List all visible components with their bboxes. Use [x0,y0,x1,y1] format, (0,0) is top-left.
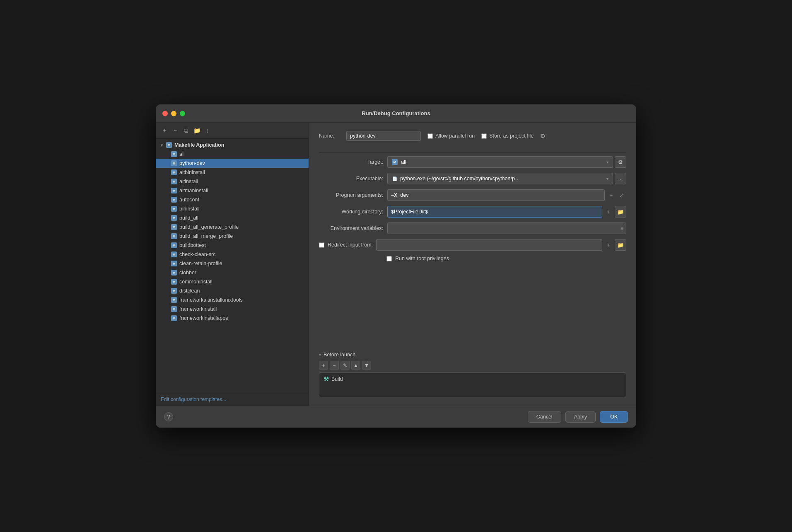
config-icon: M [171,297,177,303]
tree-item[interactable]: M clean-retain-profile [156,259,309,268]
tree-item[interactable]: M all [156,150,309,159]
build-icon: ⚒ [324,376,329,382]
config-tree: ▾ M Makefile Application M all M python-… [156,139,309,393]
help-button[interactable]: ? [164,412,173,421]
store-project-group: Store as project file [481,133,534,139]
tree-item[interactable]: M buildbottest [156,241,309,250]
target-dropdown[interactable]: M all ▾ [387,156,613,168]
dialog-title: Run/Debug Configurations [362,110,430,116]
config-icon: M [171,233,177,239]
makefile-app-icon: M [166,142,172,148]
redirect-checkbox[interactable] [319,242,324,248]
env-vars-label: Environment variables: [319,225,383,231]
bl-remove-button[interactable]: − [330,361,339,370]
root-privileges-label: Run with root privileges [395,256,449,261]
before-launch-item[interactable]: ⚒ Build [321,375,624,384]
config-icon: M [171,242,177,249]
chevron-down-icon: ▾ [606,160,608,164]
executable-dropdown[interactable]: 📄 python.exe (~/go/src/github.com/python… [387,173,613,184]
bottom-bar: ? Cancel Apply OK [156,406,636,428]
allow-parallel-checkbox[interactable] [427,133,433,139]
tree-item[interactable]: M commoninstall [156,277,309,286]
prog-args-input[interactable] [387,189,605,201]
config-icon: M [171,178,177,185]
tree-item[interactable]: M bininstall [156,204,309,213]
bl-add-button[interactable]: + [319,361,328,370]
tree-item[interactable]: M frameworkinstall [156,305,309,314]
browse-working-dir-button[interactable]: 📁 [615,206,626,218]
tree-item[interactable]: M frameworkaltinstallunixtools [156,295,309,305]
tree-item[interactable]: M build_all_merge_profile [156,232,309,241]
maximize-button[interactable] [180,111,185,116]
file-icon: 📄 [392,176,398,181]
sort-button[interactable]: ↕ [203,126,212,135]
env-edit-icon: ≡ [621,225,623,231]
bl-up-button[interactable]: ▲ [351,361,360,370]
expand-args-button[interactable]: ⤢ [617,189,626,201]
close-button[interactable] [162,111,168,116]
chevron-down-icon: ▾ [606,177,608,181]
run-debug-dialog: Run/Debug Configurations + − ⧉ 📁 ↕ [156,104,636,428]
add-redirect-button[interactable]: + [604,239,613,251]
tree-item[interactable]: M altbininstall [156,168,309,177]
executable-control: 📄 python.exe (~/go/src/github.com/python… [387,173,626,184]
env-vars-field[interactable]: ≡ [387,222,626,234]
tree-item[interactable]: M check-clean-src [156,250,309,259]
tree-item-selected[interactable]: M python-dev [156,159,309,168]
ok-button[interactable]: OK [600,411,628,423]
config-icon: M [171,160,177,167]
tree-root-item[interactable]: ▾ M Makefile Application [156,140,309,150]
add-working-dir-button[interactable]: + [604,206,613,218]
tree-item[interactable]: M build_all_generate_profile [156,222,309,232]
folder-button[interactable]: 📁 [192,126,201,135]
chevron-down-icon: ▾ [319,353,321,357]
bl-down-button[interactable]: ▼ [362,361,371,370]
copy-config-button[interactable]: ⧉ [181,126,191,135]
bl-edit-button[interactable]: ✎ [340,361,350,370]
redirect-row: Redirect input from: + 📁 [319,239,626,251]
target-control: M all ▾ ⚙ [387,156,626,168]
remove-config-button[interactable]: − [171,126,180,135]
main-content: + − ⧉ 📁 ↕ ▾ [156,123,636,406]
add-config-button[interactable]: + [160,126,169,135]
redirect-input-field[interactable] [376,239,602,251]
redirect-label: Redirect input from: [328,242,373,248]
config-icon: M [171,224,177,230]
prog-args-control: + ⤢ [387,189,626,201]
name-input[interactable] [346,131,421,141]
working-dir-input[interactable] [387,206,602,218]
allow-parallel-group: Allow parallel run [427,133,475,139]
tree-item[interactable]: M altinstall [156,177,309,186]
browse-redirect-button[interactable]: 📁 [615,239,626,251]
apply-button[interactable]: Apply [565,411,596,423]
prog-args-label: Program arguments: [319,192,383,198]
add-arg-button[interactable]: + [606,189,616,201]
working-dir-label: Working directory: [319,209,383,215]
tree-item[interactable]: M clobber [156,268,309,277]
edit-templates-link[interactable]: Edit configuration templates... [156,393,309,406]
action-buttons: Cancel Apply OK [528,411,628,423]
root-privileges-checkbox[interactable] [386,256,392,261]
tree-item[interactable]: M autoconf [156,195,309,204]
target-settings-button[interactable]: ⚙ [615,156,626,168]
before-launch-toolbar: + − ✎ ▲ ▼ [319,361,626,370]
store-project-checkbox[interactable] [481,133,487,139]
tree-item[interactable]: M distclean [156,286,309,295]
tree-item[interactable]: M frameworkinstallapps [156,314,309,323]
right-panel: Name: Allow parallel run Store as projec… [309,123,636,406]
title-bar: Run/Debug Configurations [156,104,636,123]
env-vars-row: Environment variables: ≡ [319,222,626,234]
minimize-button[interactable] [171,111,176,116]
tree-item[interactable]: M altmaninstall [156,186,309,195]
config-icon: M [171,315,177,322]
tree-item[interactable]: M build_all [156,213,309,222]
name-label: Name: [319,133,340,139]
prog-args-row: Program arguments: + ⤢ [319,189,626,201]
config-icon: M [171,269,177,276]
config-icon: M [171,196,177,203]
executable-more-button[interactable]: ··· [615,173,626,184]
config-icon: M [171,151,177,157]
env-vars-control: ≡ [387,222,626,234]
gear-button[interactable]: ⚙ [540,133,546,139]
cancel-button[interactable]: Cancel [528,411,561,423]
